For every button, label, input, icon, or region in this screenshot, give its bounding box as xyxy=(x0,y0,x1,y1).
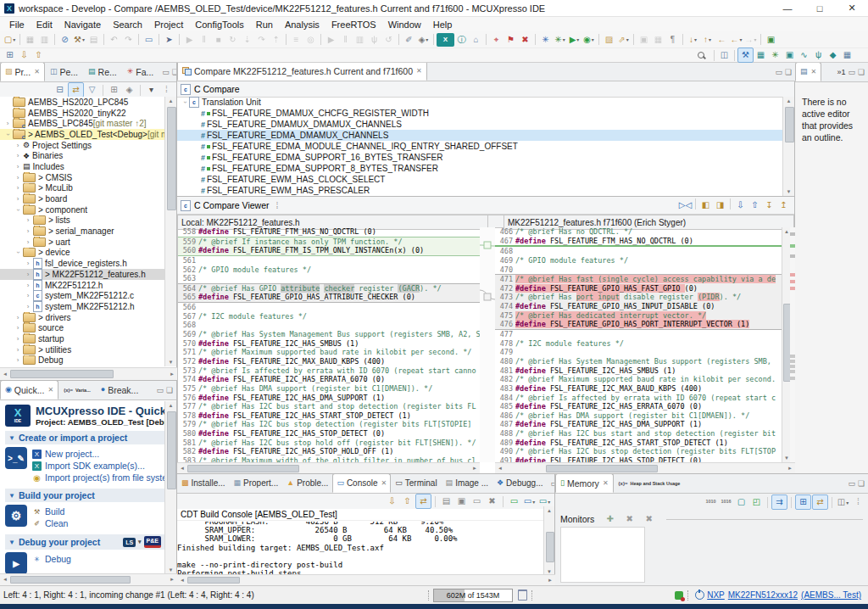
toolbar-icon[interactable]: ⚒▾ xyxy=(72,33,86,47)
console-toolbar-icon[interactable]: ▭▾ xyxy=(522,494,537,508)
expand-arrow-icon[interactable]: › xyxy=(14,249,22,257)
expand-arrow-icon[interactable]: › xyxy=(181,98,189,107)
toolbar-icon[interactable]: ⌖▾ xyxy=(489,33,504,47)
project-tree-item[interactable]: ›hsystem_MK22F51212.h xyxy=(0,301,166,312)
expand-arrow-icon[interactable]: › xyxy=(14,184,22,192)
expand-arrow-icon[interactable]: › xyxy=(14,163,22,170)
perspective-icon[interactable]: ▾ xyxy=(734,50,735,61)
device-link[interactable]: MK22FN512xxx12 xyxy=(728,590,798,600)
console-tab[interactable]: ▤Image ...✕ xyxy=(442,474,492,493)
menu-item[interactable]: Analysis xyxy=(279,20,326,30)
toolbar-icon[interactable]: ←▾ xyxy=(729,33,743,47)
probe-dropdown-caret[interactable]: ▾ xyxy=(138,539,142,545)
project-tree-item[interactable]: ›❖Binaries xyxy=(0,150,166,161)
toolbar-icon[interactable]: ▾ xyxy=(633,34,634,45)
expand-arrow-icon[interactable]: › xyxy=(14,335,22,343)
memory-toolbar-icon[interactable]: ⇄▾ xyxy=(812,494,828,510)
expand-arrow-icon[interactable]: › xyxy=(14,346,22,354)
minimize-view-icon[interactable]: ▭ xyxy=(848,68,855,76)
explorer-hscrollbar[interactable]: ◄► xyxy=(0,367,177,380)
toolbar-icon[interactable]: ✳▾ xyxy=(553,33,567,47)
left-code-pane[interactable]: 558#define FSL_FEATURE_FTM_HAS_NO_QDCTRL… xyxy=(177,227,480,462)
maximize-view-icon[interactable]: ❏ xyxy=(858,68,865,76)
toolbar-icon[interactable]: ↷▾ xyxy=(121,33,136,47)
project-tree-item[interactable]: ›▤Includes xyxy=(0,161,166,172)
quickstart-link[interactable]: ✳Debug xyxy=(32,554,71,564)
explorer-tab[interactable]: ✳Fa...✕ xyxy=(122,63,159,81)
perspective-icon[interactable]: ◆▾ xyxy=(826,48,840,62)
toolbar-icon[interactable]: ▾ xyxy=(286,34,287,45)
explorer-toolbar-icon[interactable] xyxy=(103,85,103,96)
toolbar-icon[interactable]: ▾ xyxy=(535,34,536,45)
toolbar-icon[interactable]: ⚑▾ xyxy=(504,33,518,47)
toolbar-icon[interactable]: ▾ xyxy=(103,34,104,45)
quickstart-link[interactable]: XImport SDK example(s)... xyxy=(32,461,166,471)
project-tree-item[interactable]: ›> uart xyxy=(0,237,166,248)
toolbar-icon[interactable]: ▭▾ xyxy=(142,33,156,47)
project-tree-item[interactable]: ›startup xyxy=(0,333,166,344)
quickstart-link[interactable]: ◉Import project(s) from file system... xyxy=(32,472,166,483)
console-toolbar-icon[interactable]: ▤▾ xyxy=(439,494,453,508)
heap-monitor[interactable]: 602M of 1543M xyxy=(433,589,513,602)
toolbar-icon[interactable]: ↶▾ xyxy=(107,33,121,47)
garbage-collect-icon[interactable] xyxy=(518,589,527,601)
expand-arrow-icon[interactable]: › xyxy=(14,356,22,364)
editor-corner-buttons[interactable]: ▭❏ xyxy=(771,63,795,81)
toolbar-icon[interactable]: ▶▾ xyxy=(567,33,581,47)
structure-vscrollbar[interactable]: ▲▼ xyxy=(782,97,794,196)
compare-toolbar-icon[interactable] xyxy=(730,198,731,210)
section-collapse-icon[interactable]: ▼ xyxy=(8,539,15,546)
toolbar-icon[interactable]: →▾ xyxy=(743,33,758,47)
toolbar-icon[interactable]: ≡▾ xyxy=(289,33,303,47)
toolbar-icon[interactable]: ■▾ xyxy=(211,33,225,47)
compare-editor-tab[interactable]: Compare MK22F51212_features.h Current an… xyxy=(177,63,427,81)
memory-toolbar-icon[interactable]: ⊞▾ xyxy=(795,494,811,510)
toolbar-icon[interactable]: ⇗▾ xyxy=(616,33,631,47)
menu-item[interactable]: FreeRTOS xyxy=(326,20,382,30)
quickstart-hscrollbar[interactable]: ◄► xyxy=(0,573,177,585)
expand-arrow-icon[interactable]: › xyxy=(24,260,32,267)
memory-toolbar-icon[interactable]: ⁞▾ xyxy=(851,495,865,509)
toolbar-icon[interactable]: ▢▾ xyxy=(3,33,17,47)
menu-item[interactable]: Search xyxy=(107,20,148,30)
toolbar-icon[interactable]: ▾ xyxy=(159,34,159,45)
window-control-button[interactable]: ✕ xyxy=(836,0,868,16)
quickstart-section-build[interactable]: ▼Build your project xyxy=(5,489,164,502)
toolbar-icon[interactable]: ▾ xyxy=(433,34,434,45)
expand-arrow-icon[interactable]: › xyxy=(24,238,32,246)
console-toolbar-icon[interactable]: ⇩▾ xyxy=(385,494,399,508)
project-tree-item[interactable]: ›> McuLib xyxy=(0,183,166,194)
console-toolbar-icon[interactable]: ▭▾ xyxy=(470,494,484,508)
console-toolbar-icon[interactable]: ⇄▾ xyxy=(415,494,431,509)
toolbar-icon[interactable]: ▦▾ xyxy=(23,33,37,47)
quickstart-link[interactable]: ⚒Build xyxy=(32,506,68,517)
explorer-toolbar-icon[interactable]: ⊞ xyxy=(107,83,121,97)
toolbar-icon[interactable]: ↺▾ xyxy=(381,33,396,47)
perspective-icon[interactable]: ▦▾ xyxy=(754,48,768,62)
memory-tab[interactable]: ▯Memory✕ xyxy=(555,474,614,493)
compare-toolbar-icon[interactable] xyxy=(695,198,696,210)
console-tab[interactable]: ▭Terminal✕ xyxy=(391,474,441,493)
close-icon[interactable]: ✕ xyxy=(47,386,53,394)
project-tree-item[interactable]: ›⚙Project Settings xyxy=(0,140,166,151)
project-tree-item[interactable]: ›> component xyxy=(0,204,166,215)
toolbar-icon[interactable]: ▨▾ xyxy=(602,33,616,47)
window-control-button[interactable]: □ xyxy=(804,0,836,16)
view-corner-buttons[interactable]: ▭❏ xyxy=(547,474,554,493)
project-tree-item[interactable]: ›AEMBS_LPC845 [git master ↑2] xyxy=(0,118,166,129)
toolbar-icon[interactable]: ▾ xyxy=(54,34,55,45)
toolbar-icon[interactable]: ↻▾ xyxy=(225,33,240,47)
toolbar-icon[interactable]: X▾ xyxy=(437,33,454,47)
quickstart-link[interactable]: XNew project... xyxy=(32,449,166,459)
toolbar-icon[interactable]: ▾ xyxy=(179,34,180,45)
memory-toolbar-icon[interactable]: ▢▾ xyxy=(734,495,748,509)
pemicro-badge[interactable]: P&E xyxy=(144,536,161,548)
sdk-status-icon[interactable] xyxy=(675,591,683,600)
expand-arrow-icon[interactable]: › xyxy=(4,130,12,138)
toolbar-icon[interactable]: ⓘ▾ xyxy=(454,33,469,47)
expand-arrow-icon[interactable]: › xyxy=(14,174,22,182)
console-vscrollbar[interactable]: ▲▼ xyxy=(543,506,554,576)
monitors-list[interactable] xyxy=(560,527,645,583)
toolbar-icon[interactable]: ◉▾ xyxy=(581,33,596,47)
memory-toolbar-icon[interactable]: 1016▾ xyxy=(719,495,733,509)
